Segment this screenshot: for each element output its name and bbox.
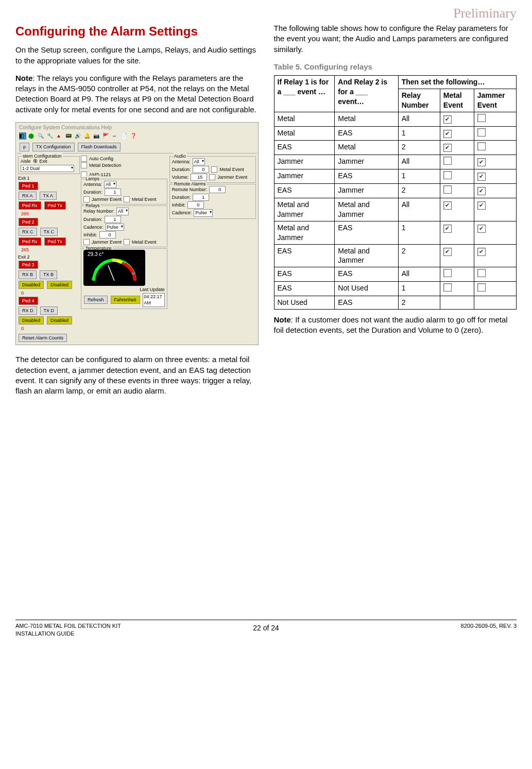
cell: [440, 282, 474, 296]
th-jammer-event: Jammer Event: [474, 89, 516, 112]
spin[interactable]: 0: [193, 166, 209, 173]
checkbox-icon: [477, 248, 486, 256]
tb-icon: ▲: [56, 132, 63, 140]
footer: AMC-7010 METAL FOIL DETECTION KIT INSTAL…: [15, 620, 517, 638]
label: Last Update: [140, 286, 165, 293]
svg-line-7: [108, 265, 114, 281]
spin[interactable]: 1: [193, 194, 209, 201]
ped-btn[interactable]: Ped 2: [19, 218, 38, 226]
toolbar: ◧ ⬤ 🔍 🔧 ▲ 📟 🔊 🔔 📷 🚩 ↔ 📄 ❓: [17, 131, 257, 141]
checkbox-icon: [443, 171, 452, 179]
cb[interactable]: [81, 156, 87, 162]
label: Inhibit:: [172, 202, 186, 208]
rx: RX B: [19, 270, 37, 279]
cell: Metal: [274, 112, 335, 126]
label: Inhibit:: [83, 232, 97, 238]
th-metal-event: Metal Event: [440, 89, 474, 112]
label: Jammer Event: [92, 196, 122, 202]
sel[interactable]: Pulse: [106, 224, 125, 231]
label: Volume:: [172, 174, 189, 180]
ped-row: RX A TX A: [18, 191, 80, 200]
svg-text:60: 60: [123, 261, 126, 264]
unit-btn[interactable]: Fahrenheit: [111, 296, 140, 304]
reset-button[interactable]: Reset Alarm Counts: [19, 334, 67, 342]
ped-btn[interactable]: Ped 4: [19, 297, 38, 305]
spin[interactable]: 15: [191, 174, 207, 181]
spin[interactable]: 1: [105, 189, 121, 196]
cb[interactable]: [209, 174, 215, 180]
cell: Metal and Jammer: [335, 244, 398, 267]
spin[interactable]: 1: [105, 216, 121, 223]
tb-icon: 📷: [93, 132, 100, 140]
label: Metal Event: [219, 166, 244, 173]
tb-icon: ↔: [112, 132, 119, 140]
right-note: Note: If a customer does not want the au…: [274, 315, 517, 336]
sel[interactable]: All: [104, 181, 116, 188]
time: 04:22:17 AM: [143, 293, 165, 306]
spin[interactable]: 0: [187, 201, 204, 209]
th-relay2: And Relay 2 is for a ___ event…: [335, 76, 398, 112]
cell: EAS: [335, 126, 398, 141]
temp-gauge: 29.3 c° 0 20 40 50 60 80: [83, 250, 145, 286]
cb[interactable]: [81, 162, 87, 168]
cell: [474, 126, 516, 141]
refresh-btn[interactable]: Refresh: [84, 296, 108, 304]
tx: TX D: [40, 306, 58, 315]
tab[interactable]: p: [20, 143, 29, 151]
rx: RX D: [19, 306, 37, 315]
paragraph-1: On the Setup screen, configure the Lamps…: [15, 45, 259, 66]
cell: [440, 296, 474, 310]
cell: Metal: [335, 141, 398, 155]
checkbox-icon: [443, 115, 452, 124]
ped-btn[interactable]: Ped 1: [19, 182, 38, 190]
cell: EAS: [274, 244, 335, 267]
cell: [474, 169, 516, 184]
checkbox-icon: [477, 225, 486, 233]
tb-icon: 🔊: [75, 132, 82, 140]
cell: [440, 141, 474, 155]
cell: [440, 155, 474, 169]
cb[interactable]: [124, 239, 130, 245]
pedrx: Ped Rx: [19, 237, 41, 246]
audio-group: Audio Antenna:All Duration:0 Metal Event…: [169, 156, 256, 183]
ped-btn[interactable]: Ped 3: [19, 261, 38, 269]
sel[interactable]: All: [116, 208, 129, 215]
label: Antenna:: [83, 181, 102, 187]
spin[interactable]: 0: [209, 186, 226, 193]
th-relay-number: Relay Number: [398, 89, 440, 112]
cb[interactable]: [83, 239, 90, 245]
cb[interactable]: [83, 196, 90, 202]
svg-text:29.3 c°: 29.3 c°: [88, 251, 104, 257]
remote-group: Remote Alarms Remote Number:0 Duration:1…: [169, 184, 256, 219]
val: 265: [18, 211, 80, 217]
cell: [440, 169, 474, 184]
checkbox-icon: [443, 201, 452, 210]
spin[interactable]: 0: [99, 231, 116, 238]
sel[interactable]: All: [193, 158, 205, 165]
label: Metal Detection: [89, 162, 122, 168]
cb[interactable]: [124, 196, 130, 202]
exit2-label: Exit 2: [18, 254, 80, 260]
cell: 2: [398, 141, 440, 155]
table-row: EASJammer2: [274, 184, 517, 198]
cell: [474, 282, 516, 296]
tab[interactable]: Flash Downloads: [78, 143, 121, 151]
mode-select[interactable]: 1-2 Dual: [21, 165, 74, 172]
rx: RX C: [19, 228, 37, 236]
tab[interactable]: TX Configuration: [32, 143, 75, 151]
svg-text:20: 20: [95, 268, 98, 271]
cell: 1: [398, 126, 440, 141]
cell: Not Used: [274, 296, 335, 310]
cb[interactable]: [211, 166, 217, 173]
cell: 2: [398, 244, 440, 267]
disabled: Disabled: [47, 281, 72, 289]
label: Duration:: [172, 166, 191, 173]
sel[interactable]: Pulse: [194, 209, 213, 216]
th-thenset: Then set the following…: [398, 76, 516, 89]
svg-text:50: 50: [114, 259, 118, 262]
right-column: The following table shows how to configu…: [274, 23, 517, 403]
cell: Metal and Jammer: [274, 198, 335, 221]
table-row: JammerJammerAll: [274, 155, 517, 169]
footer-mid: 22 of 24: [253, 623, 279, 633]
table-caption: Table 5. Configuring relays: [274, 62, 517, 72]
